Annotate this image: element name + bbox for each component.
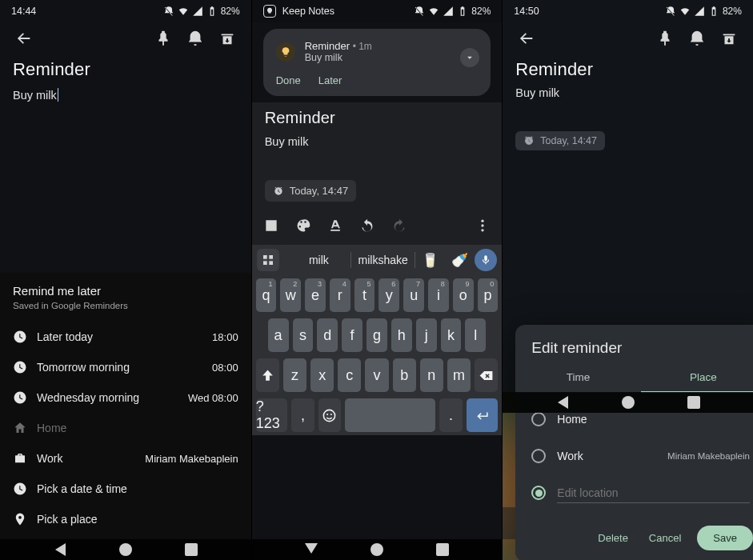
remind-option[interactable]: Home bbox=[13, 413, 238, 443]
key-f[interactable]: f bbox=[342, 318, 362, 352]
note-body[interactable]: Buy milk bbox=[515, 86, 740, 99]
cancel-button[interactable]: Cancel bbox=[644, 527, 686, 549]
nav-back[interactable] bbox=[53, 543, 66, 556]
nav-recent[interactable] bbox=[687, 396, 700, 409]
reminder-button[interactable] bbox=[179, 22, 211, 54]
edit-location-input[interactable] bbox=[557, 483, 750, 503]
note-area[interactable]: Reminder Buy milk Today, 14:47 bbox=[252, 102, 503, 206]
reminder-chip[interactable]: Today, 14:47 bbox=[265, 180, 356, 202]
heads-up-notification[interactable]: Reminder • 1m Buy milk Done Later bbox=[263, 29, 491, 96]
text-format-button[interactable] bbox=[321, 211, 350, 240]
note-area[interactable]: Reminder Buy milk Today, 14:47 bbox=[503, 54, 753, 155]
key-b[interactable]: b bbox=[393, 358, 416, 392]
nav-recent[interactable] bbox=[436, 543, 449, 556]
key-emoji[interactable] bbox=[318, 398, 341, 432]
svg-point-9 bbox=[330, 413, 332, 414]
key-i[interactable]: i8 bbox=[428, 278, 449, 312]
key-l[interactable]: l bbox=[465, 318, 486, 352]
note-area[interactable]: Reminder Buy milk bbox=[0, 54, 251, 106]
nav-home[interactable] bbox=[622, 396, 635, 409]
pin-button[interactable] bbox=[147, 22, 179, 54]
palette-button[interactable] bbox=[289, 211, 318, 240]
nav-back[interactable] bbox=[555, 396, 568, 409]
key-y[interactable]: y6 bbox=[379, 278, 399, 312]
notif-action-done[interactable]: Done bbox=[276, 74, 301, 86]
option-work[interactable]: Work Miriam Makebaplein bbox=[531, 438, 750, 474]
back-button[interactable] bbox=[8, 22, 40, 54]
key-p[interactable]: p0 bbox=[478, 278, 499, 312]
archive-button[interactable] bbox=[211, 22, 243, 54]
svg-rect-6 bbox=[269, 261, 273, 265]
back-button[interactable] bbox=[511, 22, 543, 54]
expand-button[interactable] bbox=[460, 48, 479, 67]
tab-time[interactable]: Time bbox=[515, 363, 640, 393]
key-r[interactable]: r4 bbox=[330, 278, 350, 312]
reminder-chip[interactable]: Today, 14:47 bbox=[515, 131, 605, 150]
key-v[interactable]: v bbox=[365, 358, 388, 392]
remind-option[interactable]: WorkMiriam Makebaplein bbox=[13, 443, 238, 474]
notif-age: 1m bbox=[358, 41, 372, 52]
note-title[interactable]: Reminder bbox=[265, 109, 490, 127]
add-button[interactable] bbox=[257, 211, 286, 240]
key-space[interactable] bbox=[345, 398, 435, 432]
delete-button[interactable]: Delete bbox=[593, 527, 633, 549]
dialog-tabs: Time Place bbox=[515, 363, 753, 393]
remind-option[interactable]: Tomorrow morning08:00 bbox=[13, 352, 238, 382]
note-title[interactable]: Reminder bbox=[515, 59, 740, 80]
remind-option[interactable]: Pick a date & time bbox=[13, 474, 238, 504]
key-u[interactable]: u7 bbox=[403, 278, 424, 312]
remind-option[interactable]: Later today18:00 bbox=[13, 322, 238, 352]
key-x[interactable]: x bbox=[310, 358, 334, 392]
clock-icon bbox=[13, 482, 37, 496]
key-c[interactable]: c bbox=[338, 358, 361, 392]
notif-action-later[interactable]: Later bbox=[318, 74, 342, 86]
key-h[interactable]: h bbox=[391, 318, 412, 352]
key-enter[interactable] bbox=[467, 398, 499, 432]
emoji-suggestion-1[interactable]: 🥛 bbox=[422, 252, 439, 269]
status-icons: 82% bbox=[163, 6, 240, 17]
emoji-suggestion-2[interactable]: 🍼 bbox=[451, 252, 468, 269]
key-a[interactable]: a bbox=[268, 318, 289, 352]
remind-option[interactable]: Wednesday morningWed 08:00 bbox=[13, 382, 238, 413]
key-s[interactable]: s bbox=[293, 318, 314, 352]
suggestion-1[interactable]: milk bbox=[287, 254, 350, 266]
reminder-button[interactable] bbox=[681, 22, 713, 54]
pin-button[interactable] bbox=[649, 22, 681, 54]
key-z[interactable]: z bbox=[283, 358, 306, 392]
remind-option[interactable]: Pick a place bbox=[13, 504, 238, 534]
key-shift[interactable] bbox=[256, 358, 279, 392]
tab-place[interactable]: Place bbox=[641, 363, 753, 393]
key-n[interactable]: n bbox=[420, 358, 443, 392]
mic-button[interactable] bbox=[475, 249, 497, 271]
nav-recent[interactable] bbox=[185, 543, 198, 556]
key-e[interactable]: e3 bbox=[305, 278, 326, 312]
key-d[interactable]: d bbox=[317, 318, 338, 352]
key-,[interactable]: , bbox=[291, 398, 314, 432]
save-button[interactable]: Save bbox=[697, 526, 753, 550]
notif-title: Reminder bbox=[305, 40, 350, 52]
key-g[interactable]: g bbox=[366, 318, 387, 352]
key-m[interactable]: m bbox=[447, 358, 471, 392]
option-edit-location[interactable] bbox=[531, 474, 750, 511]
key-o[interactable]: o9 bbox=[453, 278, 474, 312]
undo-button[interactable] bbox=[353, 211, 382, 240]
battery-icon bbox=[206, 6, 218, 17]
key-t[interactable]: t5 bbox=[354, 278, 375, 312]
gboard-button[interactable] bbox=[257, 249, 279, 271]
more-button[interactable] bbox=[468, 211, 497, 240]
note-body[interactable]: Buy milk bbox=[13, 88, 238, 102]
nav-home[interactable] bbox=[119, 543, 132, 556]
key-w[interactable]: w2 bbox=[280, 278, 301, 312]
key-.[interactable]: . bbox=[439, 398, 462, 432]
nav-home[interactable] bbox=[370, 543, 383, 556]
archive-button[interactable] bbox=[713, 22, 745, 54]
suggestion-2[interactable]: milkshake bbox=[351, 254, 415, 266]
key-?123[interactable]: ?123 bbox=[256, 398, 288, 432]
note-title[interactable]: Reminder bbox=[13, 59, 238, 80]
key-j[interactable]: j bbox=[416, 318, 437, 352]
note-body[interactable]: Buy milk bbox=[265, 135, 490, 148]
nav-back[interactable] bbox=[305, 543, 318, 556]
key-del[interactable] bbox=[475, 358, 498, 392]
key-q[interactable]: q1 bbox=[256, 278, 277, 312]
key-k[interactable]: k bbox=[441, 318, 462, 352]
